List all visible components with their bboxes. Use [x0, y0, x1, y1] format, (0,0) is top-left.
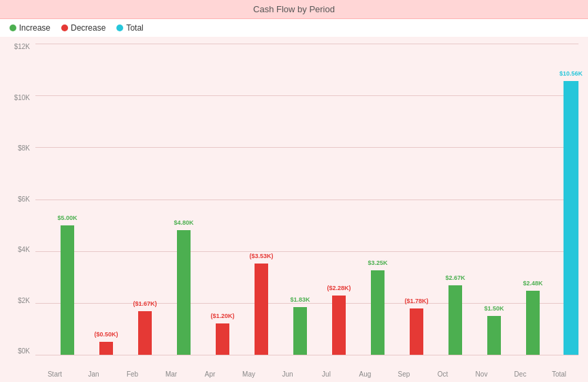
total-dot: [116, 25, 123, 31]
x-label: Start: [35, 370, 74, 378]
y-label: $8K: [0, 145, 34, 152]
bar: ($1.78K): [410, 308, 423, 355]
bar-group: $10.56K: [540, 44, 578, 355]
x-label: Sep: [385, 370, 423, 378]
chart-area: $0K$2K$4K$6K$8K$10K$12K $5.00K($0.50K)($…: [0, 37, 588, 382]
x-label: Oct: [423, 370, 462, 378]
bar: $2.48K: [526, 291, 540, 355]
chart-container: Cash Flow by Period Increase Decrease To…: [0, 0, 588, 382]
y-label: $0K: [0, 348, 34, 355]
legend-total: Total: [116, 23, 143, 33]
legend-decrease: Decrease: [61, 23, 105, 33]
bar: $5.00K: [61, 225, 74, 355]
bar-group: ($2.28K): [307, 44, 346, 355]
x-label: Dec: [501, 370, 540, 378]
bar-group: $5.00K: [35, 44, 74, 355]
decrease-label: Decrease: [71, 23, 105, 33]
y-label: $10K: [0, 95, 34, 101]
bar-group: ($1.20K): [191, 44, 229, 355]
bar-group: ($1.67K): [113, 44, 152, 355]
x-label: Aug: [346, 370, 385, 378]
bar: $1.83K: [293, 307, 307, 355]
decrease-dot: [61, 25, 68, 31]
x-label: Jan: [74, 370, 113, 378]
y-label: $12K: [0, 44, 34, 50]
x-label: Nov: [462, 370, 501, 378]
bar-value-label: $10.56K: [559, 70, 583, 77]
x-axis: StartJanFebMarAprMayJunJulAugSepOctNovDe…: [35, 370, 578, 378]
bar-group: $2.48K: [501, 44, 540, 355]
bar: $1.50K: [487, 316, 501, 355]
bar-group: $2.67K: [423, 44, 462, 355]
x-label: Feb: [113, 370, 152, 378]
legend: Increase Decrease Total: [0, 19, 588, 37]
bar-group: $1.83K: [268, 44, 307, 355]
bar: ($1.67K): [138, 311, 152, 355]
y-axis: $0K$2K$4K$6K$8K$10K$12K: [0, 44, 34, 355]
bar: ($3.53K): [255, 264, 268, 355]
x-label: Jun: [268, 370, 307, 378]
y-label: $2K: [0, 298, 34, 304]
bar: $4.80K: [177, 230, 191, 355]
bar: $3.25K: [371, 270, 385, 355]
bar-group: $1.50K: [462, 44, 501, 355]
y-label: $4K: [0, 246, 34, 253]
x-label: Total: [540, 370, 578, 378]
legend-increase: Increase: [10, 23, 50, 33]
x-label: Jul: [307, 370, 346, 378]
total-label: Total: [126, 23, 143, 33]
x-label: May: [229, 370, 268, 378]
bar: ($1.20K): [216, 323, 229, 355]
x-label: Apr: [191, 370, 229, 378]
bar-group: $3.25K: [346, 44, 385, 355]
bars-area: $5.00K($0.50K)($1.67K)$4.80K($1.20K)($3.…: [35, 44, 578, 355]
bar-group: $4.80K: [152, 44, 191, 355]
bar-group: ($1.78K): [385, 44, 423, 355]
bar: $2.67K: [448, 285, 462, 355]
increase-label: Increase: [19, 23, 50, 33]
bar: ($0.50K): [99, 342, 113, 355]
chart-title: Cash Flow by Period: [0, 0, 588, 19]
grid-line: [35, 355, 578, 355]
bar-group: ($3.53K): [229, 44, 268, 355]
x-label: Mar: [152, 370, 191, 378]
bar-group: ($0.50K): [74, 44, 113, 355]
bar: ($2.28K): [332, 296, 346, 355]
y-label: $6K: [0, 196, 34, 203]
bar: $10.56K: [564, 81, 578, 355]
increase-dot: [10, 25, 16, 31]
